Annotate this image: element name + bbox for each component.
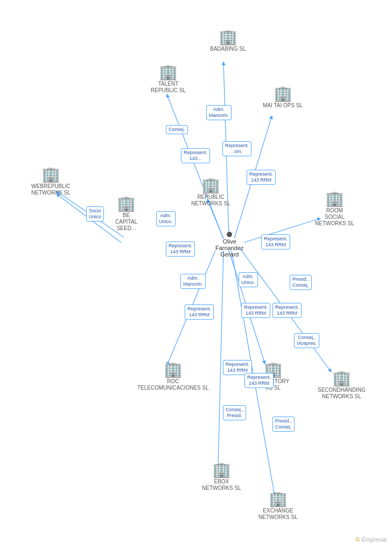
webrepublic-icon: 🏢: [41, 167, 60, 182]
talent-republic-icon: 🏢: [159, 65, 178, 80]
badge-consej-1[interactable]: Consej.: [166, 125, 188, 134]
mai-tai-label: MAI TAI OPS SL: [263, 102, 303, 109]
webrepublic-label: WEBREPUBLICNETWORKS SL: [31, 183, 71, 196]
be-capital-seed-label: BECAPITALSEED...: [115, 212, 137, 232]
badge-represent-7[interactable]: Represent.143 RRM: [272, 303, 302, 318]
secondhanding-icon: 🏢: [332, 371, 351, 386]
secondhanding-label: SECONDHANDINGNETWORKS SL: [318, 387, 366, 400]
badge-adm-mancom-2[interactable]: Adm.Mancom.: [180, 274, 206, 289]
roc-telecom-label: ROCTELECOMUNICACIONES SL: [137, 378, 209, 391]
badge-represent-9[interactable]: Represent.143 RRM: [244, 373, 274, 388]
ebox-node: 🏢 EBOXNETWORKS SL: [202, 462, 241, 491]
exchange-label: EXCHANGENETWORKS SL: [258, 508, 298, 521]
republic-networks-label: REPUBLICNETWORKS SL: [191, 194, 230, 207]
badge-presid-consej-1[interactable]: Presid.,Consej.: [290, 275, 312, 290]
mai-tai-node: 🏢 MAI TAI OPS SL: [263, 86, 303, 109]
room-social-icon: 🏢: [325, 191, 344, 206]
badge-represent-2[interactable]: Represent.143 RRM: [247, 170, 276, 185]
republic-networks-icon: 🏢: [201, 178, 220, 193]
be-capital-seed-node: 🏢 BECAPITALSEED...: [115, 196, 137, 232]
badge-adm-unico-2[interactable]: Adm.Unico.: [239, 272, 258, 287]
roc-telecom-node: 🏢 ROCTELECOMUNICACIONES SL: [137, 362, 209, 391]
exchange-node: 🏢 EXCHANGENETWORKS SL: [258, 491, 298, 521]
webrepublic-node: 🏢 WEBREPUBLICNETWORKS SL: [31, 167, 71, 196]
person-avatar: [227, 232, 232, 237]
badge-consej-presid[interactable]: Consej.,Presid.: [223, 405, 246, 420]
badge-represent-3[interactable]: Represent.143 RRM: [166, 241, 195, 257]
badabing-label: BADABING SL: [210, 46, 246, 52]
person-name: OliveFarnandezGerard: [215, 238, 244, 258]
republic-networks-node: 🏢 REPUBLICNETWORKS SL: [191, 178, 230, 207]
badge-adm-mancom-1[interactable]: Adm.Mancom.: [206, 105, 232, 120]
badabing-node: 🏢 BADABING SL: [210, 30, 246, 52]
exchange-icon: 🏢: [269, 491, 288, 507]
watermark: © Ëmpresia: [355, 536, 387, 543]
room-social-node: 🏢 ROOMSOCIALNETWORKS SL: [315, 191, 354, 227]
badge-presid-consej-2[interactable]: Presid.,Consej.: [272, 417, 295, 432]
mai-tai-icon: 🏢: [274, 86, 292, 101]
badge-represent-6[interactable]: Represent.143 RRM: [241, 303, 270, 318]
badge-adm-unico-1[interactable]: Adm.Unico.: [156, 211, 176, 226]
person-olive: OliveFarnandezGerard: [215, 232, 244, 258]
badge-represent-4[interactable]: Represent.143 RRM: [261, 234, 290, 250]
badge-represent-om[interactable]: Represent.. om.: [222, 141, 251, 156]
badge-consej-vicepres[interactable]: Consej.,Vicepres.: [294, 333, 319, 348]
roc-telecom-icon: 🏢: [164, 362, 183, 377]
secondhanding-node: 🏢 SECONDHANDINGNETWORKS SL: [318, 371, 366, 400]
badge-represent-5[interactable]: Represent.143 RRM: [185, 304, 214, 320]
room-social-label: ROOMSOCIALNETWORKS SL: [315, 207, 354, 227]
talent-republic-label: TALENTREPUBLIC SL: [151, 81, 186, 94]
badge-represent-1[interactable]: Represent.143...: [181, 148, 210, 163]
badge-socio-unico[interactable]: SocioÚnico: [86, 206, 104, 221]
talent-republic-node: 🏢 TALENTREPUBLIC SL: [151, 65, 186, 94]
ebox-label: EBOXNETWORKS SL: [202, 479, 241, 491]
svg-line-10: [218, 251, 223, 468]
badabing-icon: 🏢: [219, 30, 237, 45]
be-capital-seed-icon: 🏢: [117, 196, 136, 211]
ebox-icon: 🏢: [212, 462, 231, 477]
